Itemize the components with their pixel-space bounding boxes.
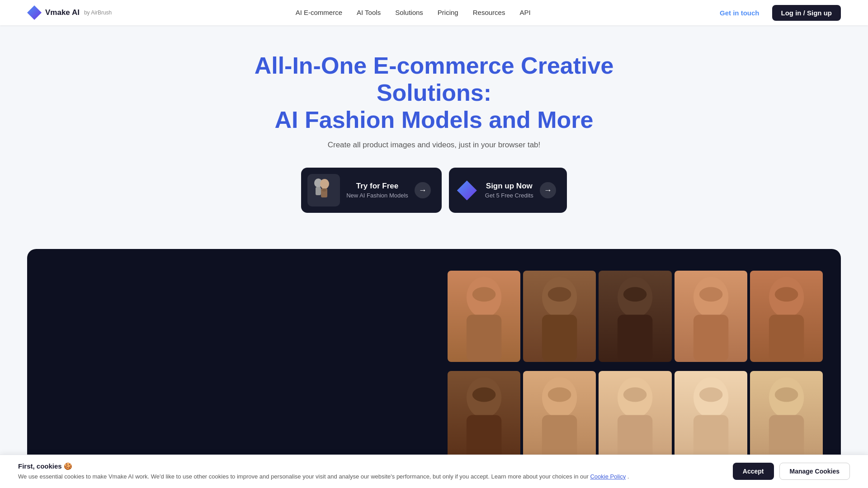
svg-point-19: [775, 287, 798, 302]
svg-rect-9: [542, 315, 577, 361]
model-thumb-8[interactable]: [599, 371, 671, 462]
model-thumb-10[interactable]: [750, 371, 823, 462]
nav-solutions[interactable]: Solutions: [395, 9, 423, 16]
navbar: Vmake AI by AirBrush AI E-commerce AI To…: [0, 0, 868, 25]
try-free-image: [307, 174, 340, 206]
logo-icon: [27, 5, 42, 20]
svg-point-34: [775, 387, 798, 402]
nav-links: AI E-commerce AI Tools Solutions Pricing…: [296, 9, 531, 17]
model-thumb-1[interactable]: [448, 271, 520, 361]
svg-rect-6: [467, 315, 501, 361]
try-free-sub: New AI Fashion Models: [346, 192, 408, 199]
nav-resources[interactable]: Resources: [473, 9, 505, 16]
signup-image: [455, 178, 479, 202]
svg-rect-1: [316, 187, 321, 195]
try-free-text: Try for Free New AI Fashion Models: [346, 182, 408, 199]
brand-sub: by AirBrush: [84, 9, 112, 16]
model-thumb-4[interactable]: [675, 271, 747, 362]
model-thumb-5[interactable]: [750, 271, 823, 361]
signup-sub: Get 5 Free Credits: [485, 192, 533, 199]
svg-rect-15: [693, 315, 728, 361]
nav-api[interactable]: API: [519, 9, 530, 16]
model-thumb-7[interactable]: [523, 371, 596, 462]
svg-point-25: [548, 387, 571, 402]
cookie-actions: Accept Manage Cookies: [733, 463, 850, 480]
hero-section: All-In-One E-commerce Creative Solutions…: [0, 25, 868, 249]
model-grid-row2: [448, 371, 823, 462]
model-grid-row1: [448, 271, 823, 362]
try-free-title: Try for Free: [346, 182, 408, 191]
get-in-touch-button[interactable]: Get in touch: [714, 6, 765, 19]
svg-rect-18: [769, 315, 804, 361]
brand-name: Vmake AI: [45, 8, 80, 17]
svg-point-16: [699, 287, 722, 302]
svg-point-7: [472, 287, 496, 302]
vmake-logo-icon: [457, 180, 477, 200]
nav-actions: Get in touch Log in / Sign up: [714, 5, 841, 21]
svg-point-22: [472, 387, 496, 402]
cookie-policy-link[interactable]: Cookie Policy: [590, 473, 626, 480]
login-signup-button[interactable]: Log in / Sign up: [772, 5, 841, 21]
svg-rect-12: [618, 315, 652, 361]
demo-section: It lets you create: [27, 249, 841, 488]
cookie-banner: First, cookies 🍪 We use essential cookie…: [0, 455, 868, 488]
model-thumb-3[interactable]: [599, 271, 671, 362]
model-thumb-2[interactable]: [523, 271, 596, 362]
nav-ai-tools[interactable]: AI Tools: [357, 9, 381, 16]
accept-cookies-button[interactable]: Accept: [733, 463, 774, 480]
model-thumb-9[interactable]: [675, 371, 747, 462]
svg-point-31: [699, 387, 722, 402]
nav-pricing[interactable]: Pricing: [438, 9, 458, 16]
signup-title: Sign up Now: [485, 182, 533, 191]
nav-ai-ecommerce[interactable]: AI E-commerce: [296, 9, 342, 16]
brand-logo[interactable]: Vmake AI by AirBrush: [27, 5, 112, 20]
signup-text: Sign up Now Get 5 Free Credits: [485, 182, 533, 199]
svg-point-2: [320, 179, 329, 189]
cookie-body-text: We use essential cookies to make Vmake A…: [18, 473, 589, 480]
svg-point-4: [322, 189, 326, 192]
cookie-title: First, cookies 🍪: [18, 462, 724, 470]
fashion-model-icon: [308, 175, 339, 206]
svg-point-13: [623, 287, 647, 302]
hero-title: All-In-One E-commerce Creative Solutions…: [240, 52, 628, 133]
hero-subtitle: Create all product images and videos, ju…: [9, 141, 859, 150]
cookie-text-block: First, cookies 🍪 We use essential cookie…: [18, 462, 724, 481]
try-free-card[interactable]: Try for Free New AI Fashion Models →: [301, 168, 442, 213]
svg-point-10: [548, 287, 571, 302]
model-thumb-6[interactable]: [448, 371, 520, 462]
signup-arrow: →: [540, 182, 556, 198]
cookie-body: We use essential cookies to make Vmake A…: [18, 472, 724, 481]
cta-row: Try for Free New AI Fashion Models → Sig…: [9, 168, 859, 213]
manage-cookies-button[interactable]: Manage Cookies: [779, 463, 850, 480]
svg-point-28: [623, 387, 647, 402]
cookie-body-end: .: [627, 473, 629, 480]
signup-card[interactable]: Sign up Now Get 5 Free Credits →: [449, 168, 567, 213]
try-free-arrow: →: [415, 182, 431, 198]
